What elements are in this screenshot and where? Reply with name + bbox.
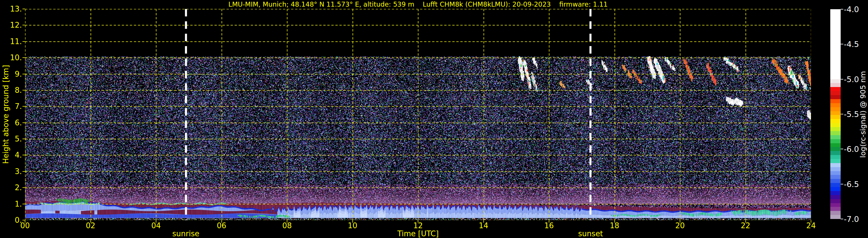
y-tick-mark	[23, 171, 25, 172]
y-tick-label: 5.	[15, 135, 22, 143]
x-tick-label: 08	[282, 221, 292, 230]
colorbar-tick-mark	[841, 9, 843, 9]
y-tick-mark	[23, 187, 25, 188]
colorbar-tick-label: -5.5	[844, 110, 859, 119]
y-tick-label: 3.	[15, 167, 22, 176]
x-tick-label: 06	[217, 221, 226, 230]
colorbar-tick-mark	[841, 184, 843, 184]
x-tick-label: 12	[413, 221, 423, 230]
colorbar-tick-label: -4.0	[844, 5, 859, 14]
y-tick-mark	[23, 106, 25, 107]
x-tick-label: 22	[741, 221, 750, 230]
colorbar-tick-mark	[841, 79, 843, 80]
colorbar-tick-label: -7.0	[844, 215, 859, 224]
ceilometer-quicklook-figure: LMU-MIM, Munich; 48.148° N 11.573° E, al…	[0, 0, 868, 238]
colorbar-tick-label: -6.0	[844, 145, 859, 154]
y-tick-label: 8.	[15, 86, 22, 94]
colorbar-label: log(rc-signal) @ 905 nm	[859, 71, 867, 158]
y-tick-mark	[23, 139, 25, 139]
colorbar-tick-label: -4.5	[844, 40, 859, 49]
plot-area	[25, 9, 811, 220]
y-tick-mark	[23, 122, 25, 123]
x-tick-label: 00	[20, 221, 30, 230]
y-tick-label: 2.	[15, 183, 22, 192]
x-tick-label: 02	[86, 221, 95, 230]
x-tick-label: 10	[348, 221, 357, 230]
y-tick-label: 12.	[10, 21, 22, 29]
y-tick-mark	[23, 74, 25, 75]
y-tick-label: 6.	[15, 118, 22, 127]
y-tick-mark	[23, 25, 25, 25]
colorbar-tick-label: -6.5	[844, 179, 859, 188]
y-tick-mark	[23, 90, 25, 90]
y-tick-mark	[23, 41, 25, 42]
sunrise-annotation-label: sunrise	[173, 229, 199, 238]
x-tick-label: 24	[806, 221, 816, 230]
figure-title: LMU-MIM, Munich; 48.148° N 11.573° E, al…	[228, 1, 608, 8]
sunset-annotation-label: sunset	[578, 229, 603, 238]
x-axis-label: Time [UTC]	[397, 229, 439, 238]
x-tick-label: 20	[675, 221, 685, 230]
colorbar	[830, 9, 841, 219]
x-tick-label: 16	[544, 221, 554, 230]
colorbar-tick-label: -5.0	[844, 75, 859, 84]
colorbar-tick-mark	[841, 44, 843, 44]
x-tick-label: 18	[610, 221, 619, 230]
y-tick-label: 7.	[15, 102, 22, 111]
x-tick-label: 14	[479, 221, 488, 230]
y-tick-label: 1.	[15, 200, 22, 208]
y-tick-mark	[23, 204, 25, 204]
y-tick-mark	[23, 9, 25, 9]
y-tick-label: 13.	[10, 5, 22, 13]
y-tick-label: 4.	[15, 151, 22, 159]
x-tick-label: 04	[151, 221, 161, 230]
colorbar-tick-mark	[841, 114, 843, 114]
y-tick-label: 10.	[10, 53, 22, 62]
y-tick-mark	[23, 155, 25, 155]
colorbar-tick-mark	[841, 219, 843, 219]
backscatter-heatmap-canvas	[25, 9, 811, 220]
colorbar-tick-mark	[841, 149, 843, 149]
y-axis-label: Height above ground [km]	[1, 65, 10, 163]
y-tick-mark	[23, 57, 25, 58]
y-tick-label: 11.	[10, 37, 22, 46]
y-tick-label: 9.	[15, 70, 22, 78]
